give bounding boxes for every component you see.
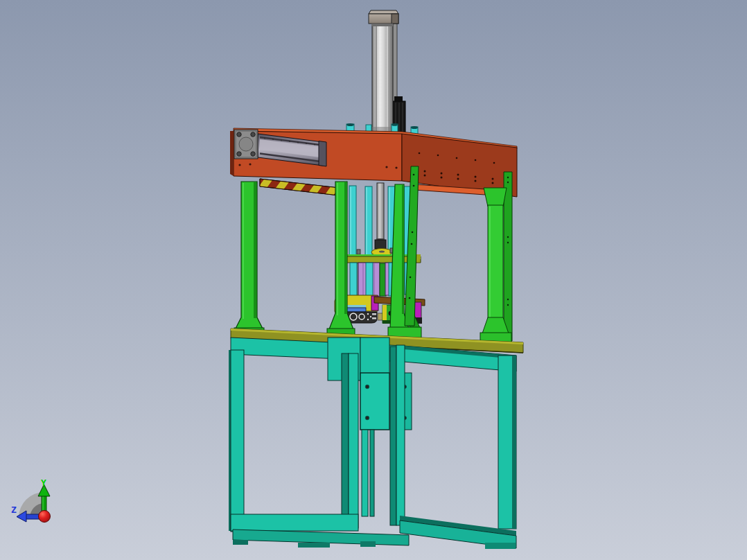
z-axis-label: Z xyxy=(11,505,17,515)
rail-end-cap xyxy=(319,141,326,167)
orientation-triad: Y Z xyxy=(11,478,51,523)
cylinder-body xyxy=(372,21,393,132)
column-right-rear xyxy=(480,172,512,344)
y-axis-label: Y xyxy=(41,478,46,488)
frame-center-plate xyxy=(360,373,389,430)
machine-3d-model: Y Z xyxy=(0,0,747,560)
deck-left-edge xyxy=(230,131,234,176)
frame-foot xyxy=(485,543,516,549)
frame-foot xyxy=(298,543,330,548)
piston-rod xyxy=(377,183,384,241)
frame-foot xyxy=(233,540,248,545)
cylinder-cap-top xyxy=(369,10,398,14)
frame-foot xyxy=(360,541,376,547)
bolt-hole xyxy=(365,385,369,389)
frame-left-leg xyxy=(231,350,244,532)
frame-bottom-rail-left xyxy=(231,514,358,531)
rod-coupling xyxy=(375,240,386,249)
hazard-stripe-band xyxy=(258,179,345,196)
origin-sphere xyxy=(39,511,51,523)
column-left-front xyxy=(233,182,265,337)
bolt-hole xyxy=(365,416,369,420)
valve-top xyxy=(394,96,403,102)
pneumatic-cylinder-assembly xyxy=(366,10,405,136)
frame-inner-leg xyxy=(349,353,358,528)
base-frame xyxy=(229,338,516,549)
cad-viewport[interactable]: Y Z xyxy=(0,0,747,560)
